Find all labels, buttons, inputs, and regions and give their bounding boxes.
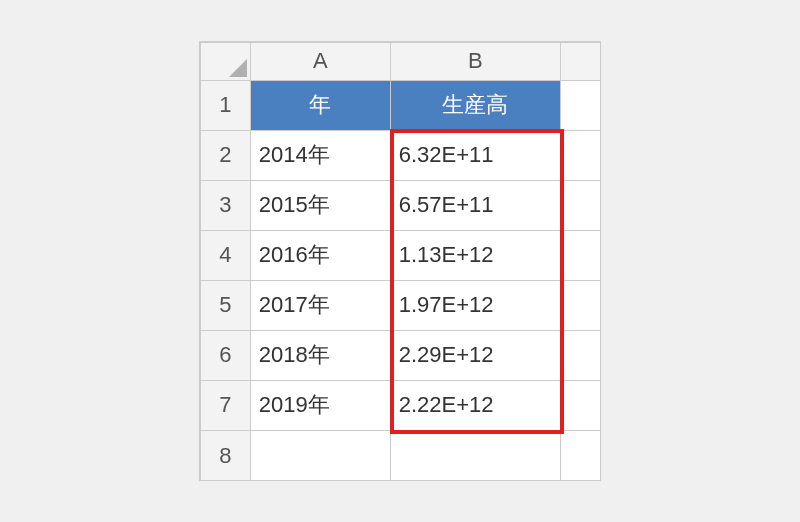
- table-row: 2 2014年 6.32E+11: [200, 130, 600, 180]
- cell-c2[interactable]: [560, 130, 600, 180]
- cell-b8[interactable]: [390, 430, 560, 480]
- cell-b2[interactable]: 6.32E+11: [390, 130, 560, 180]
- cell-a1[interactable]: 年: [250, 80, 390, 130]
- column-header-extra[interactable]: [560, 42, 600, 80]
- table-row: 5 2017年 1.97E+12: [200, 280, 600, 330]
- cell-b6[interactable]: 2.29E+12: [390, 330, 560, 380]
- row-header-1[interactable]: 1: [200, 80, 250, 130]
- row-header-2[interactable]: 2: [200, 130, 250, 180]
- table-row: 7 2019年 2.22E+12: [200, 380, 600, 430]
- column-header-row: A B: [200, 42, 600, 80]
- cell-a8[interactable]: [250, 430, 390, 480]
- cell-b1[interactable]: 生産高: [390, 80, 560, 130]
- cell-a6[interactable]: 2018年: [250, 330, 390, 380]
- row-header-3[interactable]: 3: [200, 180, 250, 230]
- cell-a4[interactable]: 2016年: [250, 230, 390, 280]
- grid-table: A B 1 年 生産高 2 2014年 6.32E+11 3 2015年 6.5…: [200, 42, 601, 481]
- table-row: 8: [200, 430, 600, 480]
- cell-c8[interactable]: [560, 430, 600, 480]
- cell-c7[interactable]: [560, 380, 600, 430]
- data-header-row: 1 年 生産高: [200, 80, 600, 130]
- table-row: 4 2016年 1.13E+12: [200, 230, 600, 280]
- row-header-4[interactable]: 4: [200, 230, 250, 280]
- cell-c4[interactable]: [560, 230, 600, 280]
- row-header-7[interactable]: 7: [200, 380, 250, 430]
- cell-c6[interactable]: [560, 330, 600, 380]
- cell-a2[interactable]: 2014年: [250, 130, 390, 180]
- cell-b4[interactable]: 1.13E+12: [390, 230, 560, 280]
- cell-a5[interactable]: 2017年: [250, 280, 390, 330]
- cell-b5[interactable]: 1.97E+12: [390, 280, 560, 330]
- cell-a3[interactable]: 2015年: [250, 180, 390, 230]
- table-row: 3 2015年 6.57E+11: [200, 180, 600, 230]
- select-all-triangle-icon: [229, 59, 247, 77]
- cell-a7[interactable]: 2019年: [250, 380, 390, 430]
- column-header-a[interactable]: A: [250, 42, 390, 80]
- spreadsheet-grid: A B 1 年 生産高 2 2014年 6.32E+11 3 2015年 6.5…: [199, 41, 602, 482]
- cell-c5[interactable]: [560, 280, 600, 330]
- table-row: 6 2018年 2.29E+12: [200, 330, 600, 380]
- cell-c1[interactable]: [560, 80, 600, 130]
- select-all-corner[interactable]: [200, 42, 250, 80]
- cell-b3[interactable]: 6.57E+11: [390, 180, 560, 230]
- row-header-5[interactable]: 5: [200, 280, 250, 330]
- cell-b7[interactable]: 2.22E+12: [390, 380, 560, 430]
- column-header-b[interactable]: B: [390, 42, 560, 80]
- row-header-6[interactable]: 6: [200, 330, 250, 380]
- row-header-8[interactable]: 8: [200, 430, 250, 480]
- cell-c3[interactable]: [560, 180, 600, 230]
